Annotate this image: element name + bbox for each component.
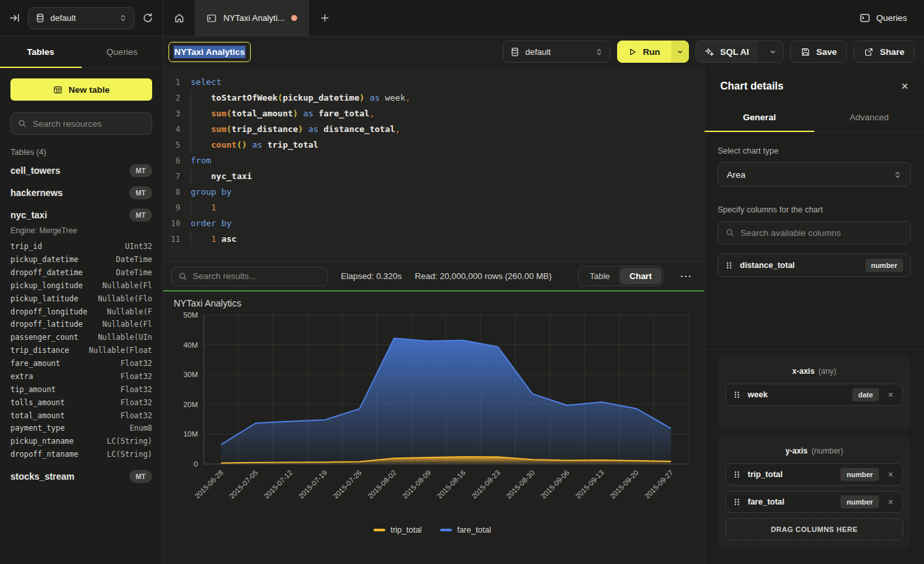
toggle-table[interactable]: Table: [580, 268, 620, 284]
column-pill-trip_total[interactable]: trip_totalnumber×: [725, 463, 903, 486]
sql-ai-button[interactable]: SQL AI: [695, 41, 784, 63]
chart-plot[interactable]: 010M20M30M40M50M2015-06-282015-07-052015…: [174, 308, 691, 523]
svg-text:30M: 30M: [183, 371, 198, 378]
column-pill-distance_total[interactable]: distance_totalnumber: [718, 254, 911, 277]
query-tab[interactable]: NYTaxi Analyti...: [195, 0, 309, 36]
column-pill-fare_total[interactable]: fare_totalnumber×: [725, 491, 903, 513]
table-item-stocks_stream[interactable]: stocks_streamMT: [0, 465, 163, 488]
toolbar-database-selector[interactable]: default: [503, 41, 611, 63]
code-line[interactable]: 10order by: [163, 216, 704, 231]
results-search-input[interactable]: Search results...: [171, 267, 328, 286]
remove-column-icon[interactable]: ×: [886, 497, 895, 507]
x-axis-label: x-axis: [792, 367, 814, 376]
refresh-icon[interactable]: [142, 12, 153, 24]
queries-button[interactable]: Queries: [842, 0, 924, 36]
database-selector[interactable]: default: [28, 7, 135, 29]
sidebar-tab-tables[interactable]: Tables: [0, 37, 82, 67]
sql-editor[interactable]: 1select2toStartOfWeek(pickup_datetime) a…: [163, 67, 704, 261]
code-line[interactable]: 4sum(trip_distance) as distance_total,: [163, 122, 704, 137]
legend-item-trip_total[interactable]: trip_total: [374, 525, 422, 535]
remove-column-icon[interactable]: ×: [886, 390, 895, 400]
code-line[interactable]: 8group by: [163, 184, 704, 200]
column-row: passenger_countNullable(UIn: [0, 331, 163, 344]
sql-ai-main[interactable]: SQL AI: [696, 41, 757, 62]
column-pill-week[interactable]: weekdate×: [725, 384, 903, 406]
sidebar-tabs: Tables Queries: [0, 37, 163, 68]
svg-text:2015-06-28: 2015-06-28: [193, 469, 225, 500]
column-type: DateTime: [116, 268, 152, 278]
collapse-sidebar-icon[interactable]: [9, 12, 20, 24]
run-button-label: Run: [643, 47, 660, 57]
sparkles-icon: [705, 47, 714, 57]
results-view-toggle: Table Chart: [578, 266, 663, 286]
code-line[interactable]: 5count() as trip_total: [163, 137, 704, 153]
columns-search-input[interactable]: Search available columns: [718, 221, 911, 244]
table-name: cell_towers: [10, 165, 60, 176]
top-bar: default NYTaxi Analyti... Queries: [0, 0, 924, 37]
code-line[interactable]: 1select: [163, 75, 704, 90]
share-button[interactable]: Share: [853, 41, 915, 63]
code-line[interactable]: 6from: [163, 153, 704, 169]
chevron-updown-icon: [119, 14, 127, 22]
code-line[interactable]: 111 asc: [163, 231, 704, 247]
queries-button-label: Queries: [876, 13, 907, 23]
sidebar-search-input[interactable]: Search resources: [10, 112, 152, 135]
query-title-input[interactable]: NYTaxi Analytics: [168, 42, 251, 62]
share-button-label: Share: [880, 47, 904, 57]
more-options-icon[interactable]: ···: [677, 271, 696, 282]
pill-column-name: distance_total: [740, 261, 858, 270]
pill-type-badge: number: [840, 468, 878, 481]
legend-label: trip_total: [390, 525, 422, 535]
table-item-hackernews[interactable]: hackernewsMT: [0, 182, 163, 204]
main-column: NYTaxi Analytics default Run: [163, 37, 924, 564]
code-line[interactable]: 7nyc_taxi: [163, 169, 704, 184]
svg-text:2015-09-20: 2015-09-20: [609, 469, 640, 500]
new-table-button[interactable]: New table: [10, 78, 152, 101]
column-name: pickup_datetime: [10, 255, 78, 265]
column-type: Nullable(Float: [89, 346, 152, 356]
tab-general[interactable]: General: [705, 104, 814, 131]
sidebar-tab-queries[interactable]: Queries: [82, 37, 163, 67]
save-button[interactable]: Save: [790, 41, 848, 63]
close-icon[interactable]: ×: [901, 80, 908, 92]
drag-handle-icon[interactable]: [725, 261, 733, 270]
line-number: 5: [163, 137, 191, 153]
run-button[interactable]: Run: [617, 41, 688, 63]
run-options-button[interactable]: [671, 41, 689, 63]
drag-handle-icon[interactable]: [733, 497, 741, 506]
line-number: 4: [163, 122, 191, 137]
column-row: dropoff_ntanameLC(String): [0, 448, 163, 461]
run-button-main[interactable]: Run: [617, 41, 671, 63]
console-icon: [206, 13, 217, 24]
code-line[interactable]: 91: [163, 200, 704, 216]
column-type: Float32: [121, 359, 152, 369]
toggle-chart[interactable]: Chart: [620, 268, 661, 284]
drag-handle-icon[interactable]: [733, 390, 741, 399]
column-name: extra: [10, 372, 33, 382]
table-item-cell_towers[interactable]: cell_towersMT: [0, 159, 163, 182]
drag-columns-dropzone[interactable]: DRAG COLUMNS HERE: [725, 518, 903, 540]
column-row: dropoff_longitudeNullable(F: [0, 305, 163, 318]
home-tab-button[interactable]: [163, 0, 195, 36]
tab-advanced[interactable]: Advanced: [814, 104, 924, 131]
table-item-nyc_taxi[interactable]: nyc_taxiMT: [0, 204, 163, 226]
code-line[interactable]: 3sum(total_amount) as fare_total,: [163, 106, 704, 122]
line-number: 2: [163, 90, 191, 106]
chart-type-select[interactable]: Area: [718, 162, 911, 187]
indent-guide: [191, 200, 211, 216]
remove-column-icon[interactable]: ×: [886, 469, 895, 480]
column-row: total_amountFloat32: [0, 409, 163, 422]
column-type: Nullable(Fl: [103, 320, 152, 330]
code-line[interactable]: 2toStartOfWeek(pickup_datetime) as week,: [163, 90, 704, 106]
chart-legend: trip_totalfare_total: [174, 525, 691, 535]
svg-text:20M: 20M: [183, 401, 198, 408]
drag-handle-icon[interactable]: [733, 470, 741, 479]
indent-guide: [191, 122, 211, 137]
new-tab-button[interactable]: [309, 0, 342, 36]
sql-ai-options-button[interactable]: [763, 41, 783, 62]
engine-badge: MT: [129, 208, 152, 222]
y-axis-hint: (number): [812, 446, 844, 456]
legend-item-fare_total[interactable]: fare_total: [440, 525, 491, 535]
table-name: nyc_taxi: [10, 210, 47, 220]
y-axis-label: y-axis: [786, 446, 808, 456]
